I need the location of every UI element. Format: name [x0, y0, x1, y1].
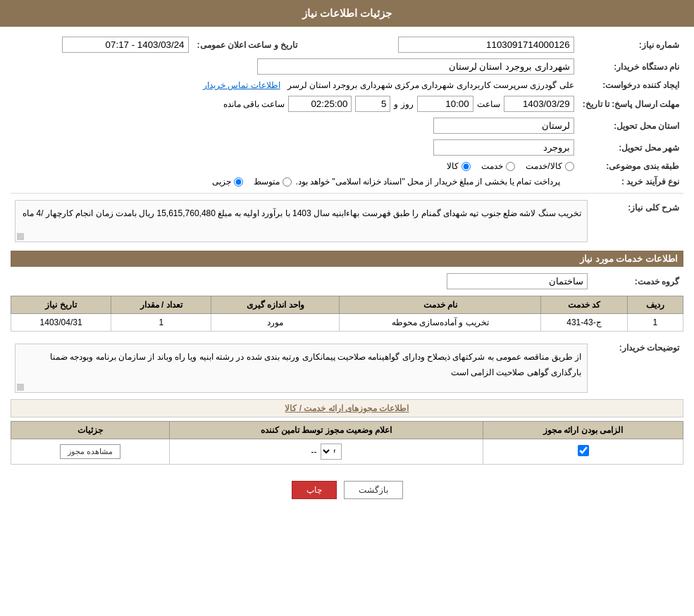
radio-motevaset[interactable]: متوسط — [254, 177, 292, 187]
mohlat-row: ساعت روز و ساعت باقی مانده — [11, 93, 578, 115]
baqi-mande-label: ساعت باقی مانده — [223, 99, 285, 109]
permissions-section-link[interactable]: اطلاعات مجوزهای ارائه خدمت / کالا — [11, 399, 683, 417]
sharh-value: تخریب سنگ لاشه ضلع جنوب تپه شهدای گمنام … — [11, 197, 592, 245]
col-vahed: واحد اندازه گیری — [211, 296, 340, 314]
tarikh-elam-label: تاریخ و ساعت اعلان عمومی: — [193, 34, 302, 56]
resize-handle[interactable] — [17, 233, 24, 240]
page-title: جزئیات اطلاعات نیاز — [302, 7, 392, 19]
page-container: جزئیات اطلاعات نیاز شماره نیاز: تاریخ و … — [0, 0, 694, 616]
noe-farayand-value: متوسط جزیی پرداخت تمام یا بخشی از مبلغ خ… — [11, 174, 578, 189]
cell-vahed: مورد — [211, 314, 340, 332]
saat-input[interactable] — [417, 96, 473, 112]
khedmat-group-value — [11, 270, 592, 292]
sharh-label: شرح کلی نیاز: — [592, 197, 683, 245]
khedmat-group-input[interactable] — [447, 273, 588, 289]
etelaat-tamas-link[interactable]: اطلاعات تماس خریدار — [203, 80, 280, 90]
col-radif: ردیف — [627, 296, 683, 314]
cell-tarikh: 1403/04/31 — [11, 314, 111, 332]
notes-resize-handle[interactable] — [17, 384, 24, 391]
col-kod: کد خدمت — [541, 296, 627, 314]
roz-label: روز و — [394, 99, 413, 109]
shomara-niaz-input[interactable] — [398, 37, 574, 53]
shahr-tahvil-value — [11, 137, 578, 158]
radio-kala[interactable]: کالا — [447, 161, 471, 171]
ostan-tahvil-input[interactable] — [433, 118, 574, 134]
khedmat-group-label: گروه خدمت: — [592, 270, 683, 292]
radio-kala-khedmat[interactable]: کالا/خدمت — [526, 161, 574, 171]
chap-button[interactable]: چاپ — [292, 481, 337, 499]
info-table: شماره نیاز: تاریخ و ساعت اعلان عمومی: نا… — [11, 34, 683, 189]
bazgasht-button[interactable]: بازگشت — [344, 481, 403, 499]
baqi-mande-input[interactable] — [288, 96, 352, 112]
vaziat-select[interactable]: ∨ — [321, 444, 342, 460]
saat-label: ساعت — [477, 99, 500, 109]
tarikh-elam-value — [11, 34, 193, 56]
shomara-niaz-value — [330, 34, 578, 56]
tarikh-elam-input[interactable] — [62, 37, 189, 53]
ostan-tahvil-value — [11, 115, 578, 137]
col-tedad: تعداد / مقدار — [111, 296, 211, 314]
kala-radio-label: کالا — [447, 161, 459, 171]
buyer-notes-text: از طریق مناقصه عمومی به شرکتهای ذیصلاح و… — [50, 352, 581, 377]
mohlat-ersal-label: مهلت ارسال پاسخ: تا تاریخ: — [578, 93, 683, 115]
list-item: ∨ -- مشاهده مجوز — [11, 439, 683, 465]
cell-elzami — [483, 439, 683, 465]
cell-elam: ∨ -- — [170, 439, 483, 465]
sharh-table: شرح کلی نیاز: تخریب سنگ لاشه ضلع جنوب تپ… — [11, 197, 683, 245]
khedmat-group-table: گروه خدمت: — [11, 270, 683, 292]
footer-buttons: بازگشت چاپ — [11, 470, 683, 510]
col-tarikh: تاریخ نیاز — [11, 296, 111, 314]
kala-khedmat-label: کالا/خدمت — [526, 161, 562, 171]
nam-dastgah-value — [11, 56, 578, 77]
shahr-tahvil-label: شهر محل تحویل: — [578, 137, 683, 158]
ejad-konande-value: علی گودرزی سرپرست کاربرداری شهرداری مرکز… — [11, 77, 578, 93]
radio-motevaset-input[interactable] — [283, 177, 292, 187]
cell-kod: ج-43-431 — [541, 314, 627, 332]
radio-kala-khedmat-input[interactable] — [565, 162, 574, 171]
tabaghebandi-label: طبقه بندی موضوعی: — [578, 158, 683, 174]
notes-table: توضیحات خریدار: از طریق مناقصه عمومی به … — [11, 337, 683, 396]
radio-khedmat-input[interactable] — [506, 162, 515, 171]
col-joziyat: جزئیات — [11, 422, 170, 439]
roz-input[interactable] — [355, 96, 390, 112]
col-nam: نام خدمت — [340, 296, 541, 314]
shomara-niaz-label: شماره نیاز: — [578, 34, 683, 56]
col-elam: اعلام وضعیت مجوز توسط تامین کننده — [170, 422, 483, 439]
buyer-notes-label: توضیحات خریدار: — [592, 337, 683, 396]
permissions-table: الزامی بودن ارائه مجوز اعلام وضعیت مجوز … — [11, 421, 683, 465]
col-elzami: الزامی بودن ارائه مجوز — [483, 422, 683, 439]
payment-note: پرداخت تمام یا بخشی از مبلغ خریدار از مح… — [295, 177, 559, 187]
ostan-tahvil-label: استان محل تحویل: — [578, 115, 683, 137]
elzami-checkbox[interactable] — [578, 445, 589, 456]
cell-radif: 1 — [627, 314, 683, 332]
shahr-tahvil-input[interactable] — [433, 139, 574, 156]
motevaset-label: متوسط — [254, 177, 280, 187]
cell-tedad: 1 — [111, 314, 211, 332]
sharh-text: تخریب سنگ لاشه ضلع جنوب تپه شهدای گمنام … — [23, 208, 581, 218]
ejad-konande-text: علی گودرزی سرپرست کاربرداری شهرداری مرکز… — [287, 80, 574, 90]
radio-jozii-input[interactable] — [234, 177, 243, 187]
nam-dastgah-label: نام دستگاه خریدار: — [578, 56, 683, 77]
noe-farayand-label: نوع فرآیند خرید : — [578, 174, 683, 189]
cell-joziyat: مشاهده مجوز — [11, 439, 170, 465]
cell-nam: تخریب و آماده‌سازی محوطه — [340, 314, 541, 332]
radio-jozii[interactable]: جزیی — [212, 177, 243, 187]
nam-dastgah-input[interactable] — [257, 58, 574, 75]
radio-kala-input[interactable] — [461, 162, 471, 171]
buyer-notes-value: از طریق مناقصه عمومی به شرکتهای ذیصلاح و… — [11, 337, 592, 396]
ejad-konande-label: ایجاد کننده درخواست: — [578, 77, 683, 93]
khedmat-radio-label: خدمت — [481, 161, 503, 171]
jozii-label: جزیی — [212, 177, 231, 187]
page-header: جزئیات اطلاعات نیاز — [0, 0, 694, 27]
services-section-title: اطلاعات خدمات مورد نیاز — [11, 251, 683, 267]
services-table: ردیف کد خدمت نام خدمت واحد اندازه گیری ت… — [11, 296, 683, 332]
buyer-notes-box: از طریق مناقصه عمومی به شرکتهای ذیصلاح و… — [15, 344, 588, 393]
table-row: 1 ج-43-431 تخریب و آماده‌سازی محوطه مورد… — [11, 314, 683, 332]
elam-value: -- — [311, 447, 317, 457]
tarikh-input[interactable] — [504, 96, 574, 112]
tabaghebandi-value: کالا/خدمت خدمت کالا — [11, 158, 578, 174]
radio-khedmat[interactable]: خدمت — [481, 161, 515, 171]
view-permit-button[interactable]: مشاهده مجوز — [60, 444, 120, 459]
sharh-box: تخریب سنگ لاشه ضلع جنوب تپه شهدای گمنام … — [15, 200, 588, 242]
